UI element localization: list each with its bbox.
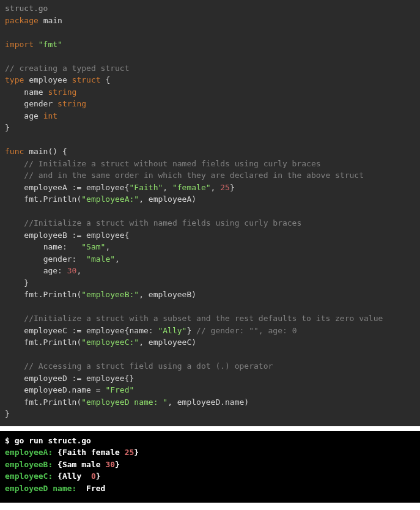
- terminal-output: $ go run struct.go employeeA: {Faith fem…: [0, 431, 420, 503]
- statement: employeeB := employee{: [24, 231, 129, 240]
- string-literal: "employeeC:": [81, 338, 139, 347]
- statement: fmt.Println(: [24, 338, 81, 347]
- func-name: main: [29, 147, 48, 156]
- keyword-struct: struct: [72, 75, 101, 84]
- comment: // and in the same order in which they a…: [24, 171, 364, 180]
- number-literal: 25: [220, 183, 230, 192]
- package-name: main: [43, 16, 62, 25]
- brace: {: [62, 147, 67, 156]
- string-literal: "employeeD name: ": [81, 397, 168, 407]
- string-literal: "female": [172, 183, 211, 192]
- comment: // Initialize a struct without named fie…: [24, 159, 320, 168]
- output-label: employeeC:: [5, 471, 53, 481]
- brace: }: [5, 409, 10, 418]
- number-literal: 30: [67, 266, 77, 275]
- output-label: employeeA:: [5, 448, 53, 457]
- comment: //Initialize a struct with a subset and …: [24, 314, 383, 323]
- code-editor: struct.go package main import "fmt" // c…: [0, 0, 420, 426]
- keyword-package: package: [5, 16, 39, 25]
- statement: fmt.Println(: [24, 290, 81, 299]
- statement: employeeD.name =: [24, 385, 105, 394]
- comment: // gender: "", age: 0: [191, 326, 297, 335]
- field-key: gender:: [43, 254, 86, 264]
- string-literal: "Ally": [158, 326, 186, 335]
- string-literal: "Faith": [130, 183, 163, 192]
- string-literal: "employeeB:": [81, 290, 139, 299]
- comment: //Initialize a struct with named fields …: [24, 218, 301, 227]
- keyword-func: func: [5, 147, 24, 156]
- output-number: 0: [91, 471, 96, 481]
- statement: fmt.Println(: [24, 194, 81, 204]
- command: go run struct.go: [15, 436, 91, 445]
- output-number: 25: [125, 448, 134, 457]
- output-number: 30: [105, 460, 115, 469]
- output-value: {Faith female: [53, 448, 124, 457]
- keyword-import: import: [5, 40, 34, 49]
- keyword-type: type: [5, 75, 24, 84]
- brace: }: [5, 123, 10, 132]
- field-type: string: [48, 87, 76, 97]
- output-label: employeeD name:: [5, 484, 76, 493]
- output-value: {Ally: [53, 471, 91, 481]
- field-name: age: [24, 111, 38, 120]
- field-key: name:: [43, 242, 82, 251]
- type-name: employee: [29, 75, 67, 84]
- field-type: int: [43, 111, 57, 120]
- prompt: $: [5, 436, 15, 445]
- filename: struct.go: [5, 4, 48, 13]
- import-path: "fmt": [39, 40, 62, 49]
- field-type: string: [57, 99, 86, 108]
- output-label: employeeB:: [5, 460, 53, 469]
- string-literal: "Fred": [105, 385, 134, 394]
- field-name: name: [24, 87, 43, 97]
- parens: (): [48, 147, 57, 156]
- comment: // Accessing a struct field using a dot …: [24, 361, 273, 371]
- statement: employeeC := employee{name:: [24, 326, 158, 335]
- output-value: Fred: [76, 484, 105, 493]
- statement: employeeA := employee{: [24, 183, 129, 192]
- field-name: gender: [24, 99, 53, 108]
- string-literal: "male": [86, 254, 115, 264]
- string-literal: "employeeA:": [81, 194, 139, 204]
- output-value: {Sam male: [53, 460, 105, 469]
- statement: employeeD := employee{}: [24, 374, 134, 383]
- field-key: age:: [43, 266, 67, 275]
- brace: {: [105, 75, 110, 84]
- brace: }: [24, 278, 29, 287]
- statement: fmt.Println(: [24, 397, 81, 407]
- comment: // creating a typed struct: [5, 64, 130, 73]
- string-literal: "Sam": [81, 242, 105, 251]
